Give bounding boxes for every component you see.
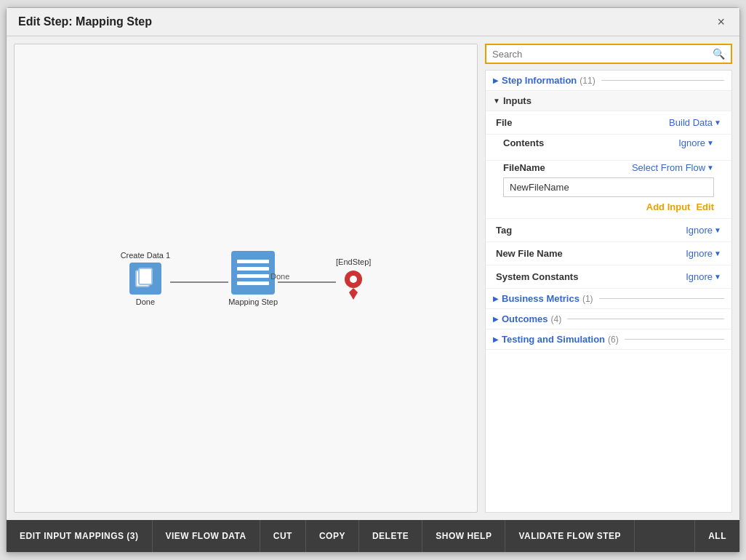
connector-line-2 bbox=[278, 281, 336, 283]
tag-label: Tag bbox=[496, 225, 512, 236]
new-file-name-value-text: Ignore bbox=[686, 248, 713, 259]
filename-actions: Add Input Edit bbox=[503, 201, 714, 212]
close-button[interactable]: × bbox=[714, 15, 728, 28]
mapping-line-1 bbox=[237, 260, 269, 263]
add-input-link[interactable]: Add Input bbox=[646, 201, 691, 212]
outcomes-line bbox=[567, 319, 724, 319]
file-dropdown-arrow: ▼ bbox=[714, 119, 721, 127]
copy-button[interactable]: COPY bbox=[306, 520, 359, 552]
node-create-data[interactable]: Create Data 1 Done bbox=[121, 251, 170, 306]
connector-1 bbox=[170, 281, 228, 283]
outcomes-title: Outcomes bbox=[502, 313, 548, 324]
outcomes-count: (4) bbox=[551, 314, 562, 324]
filename-dropdown-arrow: ▼ bbox=[707, 164, 714, 172]
filename-label: FileName bbox=[503, 162, 545, 173]
tag-dropdown-arrow: ▼ bbox=[714, 226, 721, 234]
all-button[interactable]: ALL bbox=[694, 520, 739, 552]
pin-svg bbox=[343, 269, 364, 300]
canvas-panel: Create Data 1 Done bbox=[14, 44, 478, 513]
create-data-icon bbox=[129, 263, 161, 295]
mapping-line-3 bbox=[237, 274, 269, 278]
filename-block: FileName Select From Flow ▼ Add Input Ed… bbox=[486, 161, 731, 219]
file-label: File bbox=[496, 117, 512, 128]
dialog-body: Create Data 1 Done bbox=[7, 36, 739, 520]
system-constants-dropdown-arrow: ▼ bbox=[714, 273, 721, 281]
testing-simulation-arrow: ▶ bbox=[493, 335, 499, 343]
validate-flow-step-button[interactable]: VALIDATE FLOW STEP bbox=[505, 520, 635, 552]
connector-line-1 bbox=[170, 281, 228, 283]
contents-value-text: Ignore bbox=[678, 137, 705, 148]
system-constants-value[interactable]: Ignore ▼ bbox=[686, 271, 721, 282]
svg-marker-4 bbox=[349, 288, 358, 300]
svg-point-3 bbox=[350, 276, 357, 283]
tag-value[interactable]: Ignore ▼ bbox=[686, 225, 721, 236]
search-box: 🔍 bbox=[485, 44, 732, 64]
tag-row: Tag Ignore ▼ bbox=[486, 219, 731, 242]
step-info-line bbox=[601, 80, 724, 81]
edit-step-dialog: Edit Step: Mapping Step × Create Data 1 bbox=[6, 7, 740, 553]
step-info-arrow: ▶ bbox=[493, 76, 499, 84]
system-constants-value-text: Ignore bbox=[686, 271, 713, 282]
new-file-name-row: New File Name Ignore ▼ bbox=[486, 242, 731, 265]
inputs-title: Inputs bbox=[503, 95, 532, 106]
step-information-header[interactable]: ▶ Step Information (11) bbox=[486, 71, 731, 91]
new-file-name-label: New File Name bbox=[496, 248, 563, 259]
dialog-header: Edit Step: Mapping Step × bbox=[7, 8, 739, 36]
filename-row: FileName Select From Flow ▼ bbox=[503, 162, 714, 173]
view-flow-data-button[interactable]: VIEW FLOW DATA bbox=[153, 520, 260, 552]
business-metrics-arrow: ▶ bbox=[493, 295, 499, 303]
contents-value[interactable]: Ignore ▼ bbox=[678, 137, 714, 148]
testing-simulation-count: (6) bbox=[608, 335, 619, 345]
inputs-header[interactable]: ▼ Inputs bbox=[486, 91, 731, 111]
connector-2: Done bbox=[278, 281, 336, 283]
delete-button[interactable]: DELETE bbox=[359, 520, 422, 552]
business-metrics-line bbox=[599, 298, 724, 299]
file-row: File Build Data ▼ bbox=[486, 111, 731, 135]
end-step-node[interactable]: [EndStep] bbox=[336, 257, 371, 300]
system-constants-label: System Constants bbox=[496, 271, 578, 282]
dialog-footer: EDIT INPUT MAPPINGS (3) VIEW FLOW DATA C… bbox=[7, 520, 739, 552]
mapping-icon bbox=[231, 251, 275, 295]
outcomes-arrow: ▶ bbox=[493, 315, 499, 323]
show-help-button[interactable]: SHOW HELP bbox=[422, 520, 505, 552]
search-input[interactable] bbox=[492, 49, 713, 60]
end-step-label: [EndStep] bbox=[336, 257, 371, 266]
new-file-name-value[interactable]: Ignore ▼ bbox=[686, 248, 721, 259]
pin-container bbox=[343, 269, 364, 300]
file-value[interactable]: Build Data ▼ bbox=[669, 117, 721, 128]
inputs-arrow: ▼ bbox=[493, 97, 500, 105]
mapping-line-4 bbox=[237, 281, 269, 285]
cut-button[interactable]: CUT bbox=[260, 520, 306, 552]
node-create-data-label: Create Data 1 bbox=[121, 251, 170, 260]
right-panel: 🔍 ▶ Step Information (11) ▼ Inputs bbox=[485, 44, 732, 513]
outcomes-header[interactable]: ▶ Outcomes (4) bbox=[486, 309, 731, 329]
step-info-count: (11) bbox=[579, 76, 595, 86]
testing-simulation-title: Testing and Simulation bbox=[502, 334, 605, 345]
system-constants-row: System Constants Ignore ▼ bbox=[486, 265, 731, 289]
edit-link[interactable]: Edit bbox=[696, 201, 714, 212]
node-create-data-done-label: Done bbox=[136, 297, 155, 306]
new-file-name-dropdown-arrow: ▼ bbox=[714, 249, 721, 257]
contents-label: Contents bbox=[503, 137, 544, 148]
contents-block: Contents Ignore ▼ bbox=[486, 135, 731, 161]
properties-panel: ▶ Step Information (11) ▼ Inputs File Bu… bbox=[485, 70, 732, 513]
step-info-title: Step Information bbox=[502, 75, 577, 86]
tag-value-text: Ignore bbox=[686, 225, 713, 236]
file-value-text: Build Data bbox=[669, 117, 713, 128]
testing-simulation-line bbox=[625, 339, 724, 340]
contents-row: Contents Ignore ▼ bbox=[503, 137, 714, 148]
svg-rect-1 bbox=[139, 268, 152, 284]
filename-input[interactable] bbox=[503, 177, 714, 197]
edit-input-mappings-button[interactable]: EDIT INPUT MAPPINGS (3) bbox=[7, 520, 153, 552]
search-icon: 🔍 bbox=[713, 48, 725, 60]
dialog-title: Edit Step: Mapping Step bbox=[18, 15, 152, 28]
node-mapping-label: Mapping Step bbox=[228, 297, 278, 306]
business-metrics-count: (1) bbox=[582, 294, 593, 304]
business-metrics-header[interactable]: ▶ Business Metrics (1) bbox=[486, 289, 731, 309]
filename-value-text: Select From Flow bbox=[632, 162, 705, 173]
business-metrics-title: Business Metrics bbox=[502, 293, 579, 304]
testing-simulation-header[interactable]: ▶ Testing and Simulation (6) bbox=[486, 329, 731, 350]
flow-nodes: Create Data 1 Done bbox=[121, 251, 372, 306]
contents-dropdown-arrow: ▼ bbox=[707, 139, 714, 147]
filename-select-value[interactable]: Select From Flow ▼ bbox=[632, 162, 714, 173]
